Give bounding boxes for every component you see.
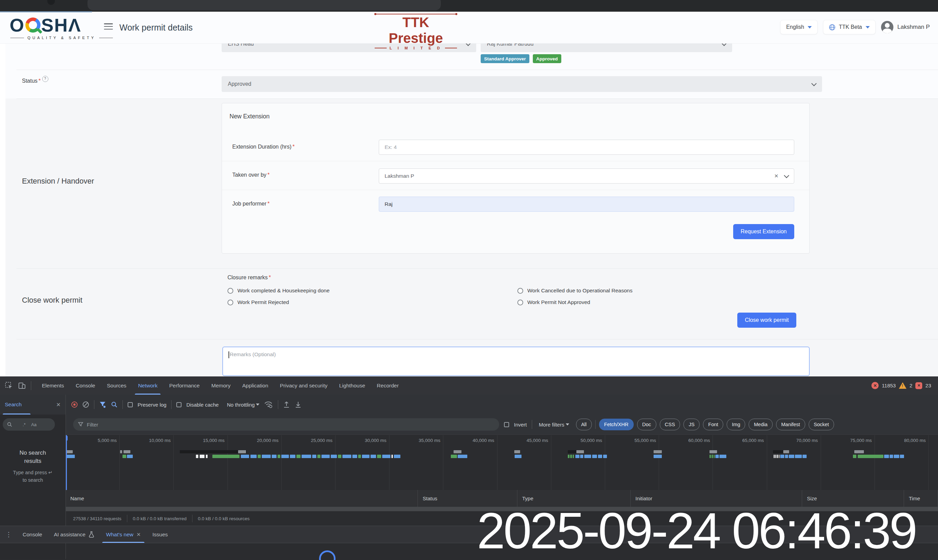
waterfall-bar [352, 455, 357, 458]
taken-over-select[interactable]: Lakshman P ✕ [379, 168, 794, 183]
waterfall-bar [272, 455, 277, 458]
waterfall-bar [884, 455, 889, 458]
filter-chip-manifest[interactable]: Manifest [776, 418, 805, 430]
drawer-tab-what-s-new[interactable]: What's new✕ [100, 526, 146, 543]
drawer-tab-issues[interactable]: Issues [146, 526, 174, 543]
drawer-tab-label: What's new [106, 526, 134, 543]
device-toolbar-icon[interactable] [18, 382, 26, 390]
invert-checkbox[interactable] [504, 422, 509, 427]
invert-label: Invert [514, 422, 527, 428]
export-har-icon[interactable] [295, 401, 301, 408]
regex-toggle-icon[interactable]: .* [23, 422, 26, 427]
devtools-tab-memory[interactable]: Memory [206, 377, 237, 395]
timeline-gridline [821, 435, 821, 490]
closure-option-work-completed-housekeeping-done[interactable]: Work completed & Housekeeping done [228, 288, 517, 294]
timeline-tick-label: 70,000 ms [769, 438, 818, 443]
search-icon[interactable] [111, 401, 118, 408]
drawer-tab-ai-assistance[interactable]: AI assistance [48, 526, 100, 543]
filter-chip-fetch-xhr[interactable]: Fetch/XHR [599, 418, 634, 430]
timeline-gridline [389, 435, 389, 490]
filter-chip-all[interactable]: All [576, 418, 592, 430]
summary-item: 27538 / 34110 requests [73, 516, 121, 521]
clear-icon[interactable]: ✕ [774, 173, 778, 179]
waterfall-bar [290, 455, 295, 458]
waterfall-bar [803, 455, 807, 458]
network-overview-timeline[interactable]: 5,000 ms10,000 ms15,000 ms20,000 ms25,00… [66, 435, 938, 490]
search-input[interactable]: .* Aa [3, 418, 55, 431]
radio-icon[interactable] [228, 300, 233, 305]
close-icon[interactable]: ✕ [56, 402, 61, 408]
match-case-toggle-icon[interactable]: Aa [31, 422, 37, 427]
divider [17, 339, 938, 339]
page-title: Work permit details [119, 23, 193, 32]
waterfall-bar [715, 455, 719, 458]
timeline-gridline [443, 435, 443, 490]
filter-icon[interactable] [99, 401, 106, 408]
throttling-select[interactable]: No throttling [227, 402, 259, 408]
timeline-gridline [551, 435, 551, 490]
radio-icon[interactable] [517, 300, 523, 305]
filter-chip-font[interactable]: Font [703, 418, 723, 430]
waterfall-bar [603, 455, 607, 458]
remarks-textarea[interactable]: Remarks (Optional) [222, 346, 810, 376]
devtools-tab-sources[interactable]: Sources [101, 377, 132, 395]
devtools-tab-elements[interactable]: Elements [36, 377, 70, 395]
browser-tab[interactable] [88, 0, 441, 10]
filter-chip-doc[interactable]: Doc [637, 418, 656, 430]
waterfall-bar [358, 455, 361, 458]
more-options-icon[interactable]: ⋮ [6, 531, 12, 538]
waterfall-bar [297, 455, 301, 458]
timeline-tick-label: 25,000 ms [284, 438, 332, 443]
waterfall-bar [123, 455, 126, 458]
timeline-tick-label: 20,000 ms [230, 438, 278, 443]
radio-icon[interactable] [228, 288, 233, 294]
import-har-icon[interactable] [283, 401, 290, 408]
duration-input[interactable] [379, 140, 794, 155]
filter-chip-socket[interactable]: Socket [809, 418, 834, 430]
closure-option-work-permit-rejected[interactable]: Work Permit Rejected [228, 299, 517, 305]
record-network-log-icon[interactable] [71, 402, 77, 408]
devtools-tab-console[interactable]: Console [70, 377, 101, 395]
hamburger-menu-icon[interactable] [104, 23, 113, 29]
filter-chip-media[interactable]: Media [749, 418, 773, 430]
clear-network-log-icon[interactable] [82, 401, 89, 408]
user-menu[interactable]: Lakshman P [881, 21, 930, 33]
inspect-element-icon[interactable] [5, 382, 13, 390]
help-icon: ? [42, 76, 48, 82]
status-select[interactable]: Approved [221, 76, 822, 92]
radio-icon[interactable] [517, 288, 523, 294]
required-asterisk: * [38, 78, 40, 84]
disable-cache-checkbox[interactable] [176, 402, 181, 407]
tenant-select[interactable]: TTK Beta [823, 20, 876, 34]
devtools-tab-network[interactable]: Network [132, 377, 163, 395]
timeline-tick-label: 5,000 ms [68, 438, 117, 443]
timeline-gridline [875, 435, 875, 490]
app-header: OSHΛ QUALITY & SAFETY Work permit detail… [0, 12, 938, 43]
network-conditions-icon[interactable] [264, 401, 273, 408]
filter-chip-img[interactable]: Img [727, 418, 745, 430]
close-work-permit-button[interactable]: Close work permit [737, 312, 796, 328]
job-performer-input[interactable] [379, 197, 794, 212]
closure-option-work-cancelled-due-to-operational-reasons[interactable]: Work Cancelled due to Operational Reason… [517, 288, 797, 294]
devtools-tab-privacy-and-security[interactable]: Privacy and security [274, 377, 334, 395]
devtools-tab-lighthouse[interactable]: Lighthouse [333, 377, 371, 395]
close-icon[interactable]: ✕ [137, 526, 141, 543]
language-select[interactable]: English [780, 20, 817, 34]
devtools-status-badges[interactable]: ✕ 11853 2 ✕ 23 [872, 382, 938, 389]
request-extension-button[interactable]: Request Extension [733, 224, 794, 239]
devtools-tab-recorder[interactable]: Recorder [371, 377, 404, 395]
network-filter-input[interactable]: Filter [73, 418, 499, 431]
search-panel-tab[interactable]: Search ✕ [0, 395, 66, 414]
devtools-tab-application[interactable]: Application [237, 377, 274, 395]
devtools-tab-performance[interactable]: Performance [163, 377, 206, 395]
divider [17, 70, 938, 70]
waterfall-bar [321, 455, 330, 458]
closure-option-work-permit-not-approved[interactable]: Work Permit Not Approved [517, 299, 797, 305]
preserve-log-checkbox[interactable] [128, 402, 133, 407]
filter-chip-js[interactable]: JS [683, 418, 700, 430]
drawer-tab-console[interactable]: Console [17, 526, 48, 543]
waterfall-bar [789, 455, 794, 458]
column-header-name[interactable]: Name [66, 490, 418, 507]
more-filters-button[interactable]: More filters [539, 422, 569, 428]
filter-chip-css[interactable]: CSS [660, 418, 680, 430]
